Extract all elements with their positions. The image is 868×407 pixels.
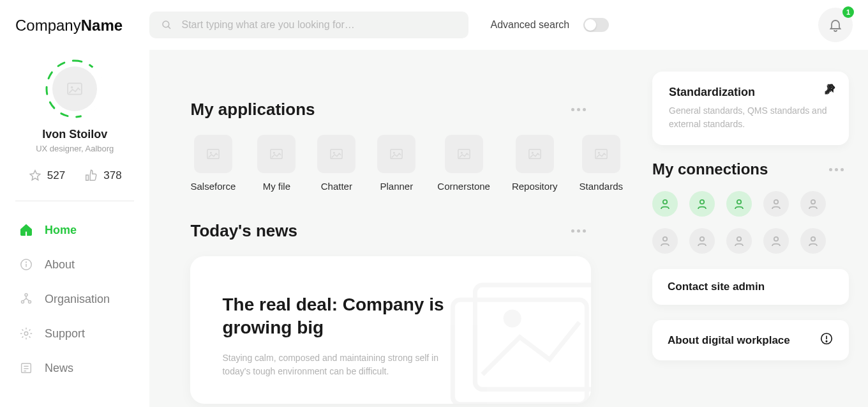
connection-avatar[interactable] xyxy=(763,228,789,254)
pin-button[interactable] xyxy=(823,83,836,98)
user-icon xyxy=(807,198,819,210)
app-standards[interactable]: Standards xyxy=(580,135,623,192)
apps-section-title: My applications xyxy=(190,100,315,119)
connection-avatar[interactable] xyxy=(652,191,678,217)
content-area: My applications Salseforce My file Chatt… xyxy=(149,50,868,407)
image-placeholder-icon xyxy=(457,148,471,160)
advanced-search-toggle[interactable] xyxy=(583,18,609,32)
advanced-search-label: Advanced search xyxy=(490,19,569,31)
image-placeholder-icon xyxy=(66,81,84,96)
app-label: Repository xyxy=(512,181,558,192)
logo: CompanyName xyxy=(15,17,134,35)
nav-label: Organisation xyxy=(45,293,110,306)
svg-point-20 xyxy=(504,310,521,328)
nav-news[interactable]: News xyxy=(15,353,134,383)
notifications-button[interactable]: 1 xyxy=(818,8,853,42)
topbar: Advanced search 1 xyxy=(149,0,868,50)
org-icon xyxy=(19,292,33,306)
home-icon xyxy=(19,223,33,237)
pinned-body: General standards, QMS standards and ext… xyxy=(669,104,832,131)
stars-stat: 527 xyxy=(28,169,65,183)
user-icon xyxy=(770,198,782,210)
connection-avatar[interactable] xyxy=(689,228,715,254)
bell-icon xyxy=(828,17,843,33)
user-icon xyxy=(733,235,745,247)
image-placeholder-icon xyxy=(594,148,608,160)
profile-block: Ivon Stoilov UX designer, Aalborg 527 37… xyxy=(15,61,134,201)
connection-avatar[interactable] xyxy=(726,191,752,217)
connection-avatar[interactable] xyxy=(726,228,752,254)
nav-support[interactable]: Support xyxy=(15,319,134,348)
user-icon xyxy=(659,235,671,247)
about-workplace-link[interactable]: About digital workplace xyxy=(652,320,849,360)
app-planner[interactable]: Planner xyxy=(377,135,415,192)
likes-stat: 378 xyxy=(84,169,121,183)
svg-line-17 xyxy=(168,26,171,29)
right-panel: Standardization General standards, QMS s… xyxy=(652,72,849,407)
avatar-wrap[interactable] xyxy=(47,61,102,116)
svg-point-7 xyxy=(26,262,27,263)
app-label: Chatter xyxy=(321,181,352,192)
nav-about[interactable]: About xyxy=(15,250,134,279)
app-label: Cornerstone xyxy=(437,181,490,192)
apps-more-button[interactable] xyxy=(566,103,591,116)
news-headline: The real deal: Company is growing big xyxy=(222,293,490,340)
app-label: My file xyxy=(263,181,290,192)
image-placeholder-icon xyxy=(389,148,403,160)
pin-icon xyxy=(823,83,836,96)
app-myfile[interactable]: My file xyxy=(257,135,296,192)
user-icon xyxy=(696,235,708,247)
svg-point-23 xyxy=(826,341,827,341)
news-card[interactable]: The real deal: Company is growing big St… xyxy=(190,256,591,404)
connection-avatar[interactable] xyxy=(763,191,789,217)
search-input[interactable] xyxy=(181,19,457,31)
image-placeholder-icon xyxy=(269,148,283,160)
profile-stats: 527 378 xyxy=(28,169,122,183)
news-section-title: Today's news xyxy=(190,221,297,241)
svg-point-16 xyxy=(163,21,169,27)
app-label: Standards xyxy=(580,181,623,192)
connection-avatar[interactable] xyxy=(800,191,826,217)
logo-part2: Name xyxy=(81,17,123,34)
nav-organisation[interactable]: Organisation xyxy=(15,284,134,314)
connection-avatar[interactable] xyxy=(652,228,678,254)
stars-count: 527 xyxy=(47,169,65,182)
nav-home[interactable]: Home xyxy=(15,215,134,245)
connection-avatar[interactable] xyxy=(689,191,715,217)
app-chatter[interactable]: Chatter xyxy=(317,135,355,192)
user-icon xyxy=(807,235,819,247)
user-icon xyxy=(696,198,708,210)
star-icon xyxy=(28,169,42,183)
gear-icon xyxy=(19,326,33,341)
pinned-title: Standardization xyxy=(669,86,832,99)
nav-label: Home xyxy=(45,224,77,237)
sidebar: CompanyName Ivon Stoilov UX designer, Aa… xyxy=(0,0,149,407)
user-icon xyxy=(659,198,671,210)
profile-role: UX designer, Aalborg xyxy=(36,144,114,153)
app-repository[interactable]: Repository xyxy=(512,135,558,192)
connections-more-button[interactable] xyxy=(824,163,849,176)
search-icon xyxy=(161,19,172,31)
news-icon xyxy=(19,361,33,375)
connection-avatar[interactable] xyxy=(800,228,826,254)
search-box[interactable] xyxy=(149,12,468,38)
likes-count: 378 xyxy=(103,169,121,182)
link-label: Contact site admin xyxy=(668,280,765,293)
user-icon xyxy=(733,198,745,210)
center-panel: My applications Salseforce My file Chatt… xyxy=(149,72,623,407)
nav-label: News xyxy=(45,362,73,375)
main-column: Advanced search 1 My applications Salsef… xyxy=(149,0,868,407)
news-more-button[interactable] xyxy=(566,224,591,238)
alert-icon xyxy=(819,332,834,349)
news-body: Staying calm, composed and maintaining s… xyxy=(222,351,465,378)
profile-name: Ivon Stoilov xyxy=(42,128,107,141)
app-label: Planner xyxy=(380,181,414,192)
contact-admin-link[interactable]: Contact site admin xyxy=(652,269,849,305)
user-icon xyxy=(770,235,782,247)
notification-badge: 1 xyxy=(842,6,854,18)
app-cornerstone[interactable]: Cornerstone xyxy=(437,135,490,192)
app-salesforce[interactable]: Salseforce xyxy=(190,135,236,192)
sidebar-nav: Home About Organisation Support News xyxy=(15,215,134,383)
toggle-knob xyxy=(585,19,596,31)
pinned-card[interactable]: Standardization General standards, QMS s… xyxy=(652,72,849,145)
